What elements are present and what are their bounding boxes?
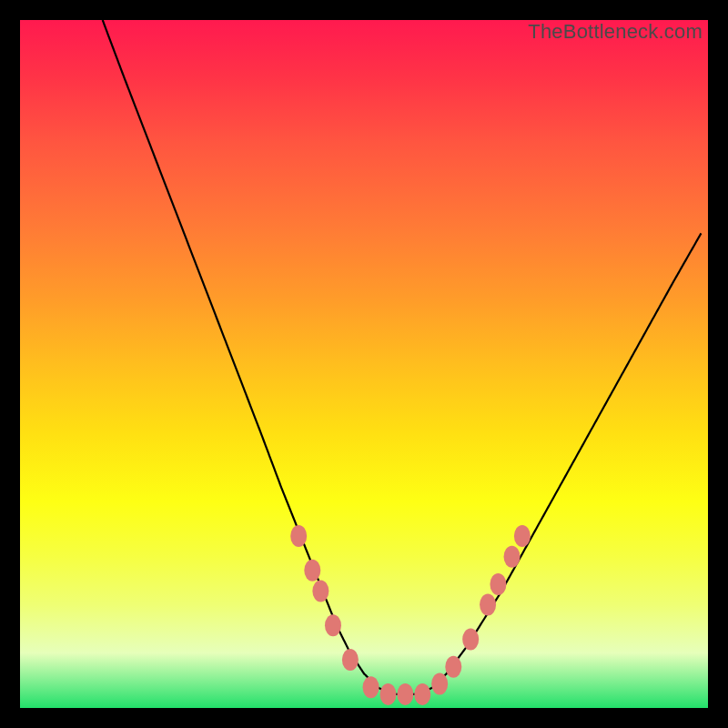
curve-marker bbox=[414, 683, 430, 705]
curve-marker bbox=[504, 546, 521, 568]
curve-marker bbox=[304, 560, 320, 581]
curve-marker bbox=[379, 683, 396, 705]
curve-marker bbox=[480, 594, 496, 616]
curve-marker bbox=[431, 673, 448, 695]
curve-marker bbox=[445, 656, 461, 678]
curve-path bbox=[103, 20, 702, 694]
chart-frame: TheBottleneck.com bbox=[0, 0, 728, 728]
curve-marker bbox=[490, 573, 506, 595]
curve-marker bbox=[462, 628, 479, 650]
curve-marker bbox=[312, 580, 329, 602]
curve-marker bbox=[325, 614, 341, 636]
plot-area: TheBottleneck.com bbox=[20, 20, 708, 708]
curve-marker bbox=[290, 525, 307, 547]
bottleneck-curve bbox=[20, 20, 708, 708]
curve-marker bbox=[397, 683, 413, 705]
marker-group bbox=[290, 525, 531, 705]
curve-marker bbox=[514, 525, 531, 547]
curve-marker bbox=[342, 649, 359, 671]
curve-marker bbox=[363, 676, 379, 698]
